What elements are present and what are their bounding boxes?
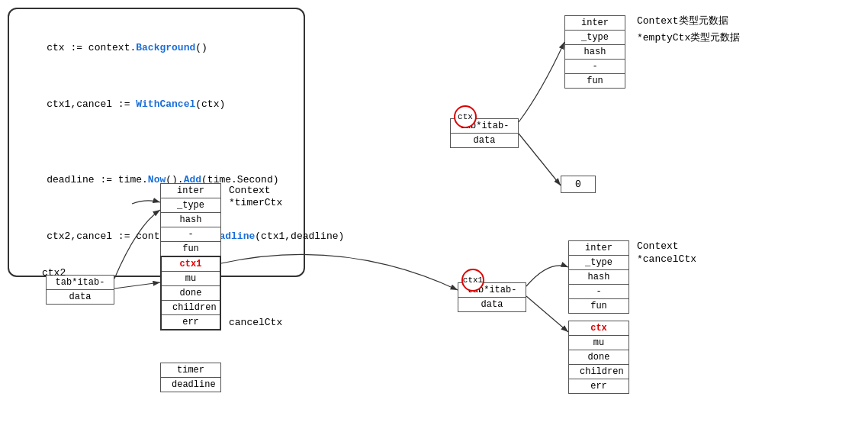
cancel-ctx-r2-struct: ctx mu done children err bbox=[568, 321, 629, 394]
cell-fun: fun bbox=[565, 74, 625, 88]
code-line-4: ctx2,cancel := context.WithDeadline(ctx1… bbox=[23, 208, 290, 265]
context-label-cancel: Context bbox=[637, 240, 679, 252]
cancel-ctx-r-struct: inter _type hash - fun bbox=[568, 240, 629, 314]
code-line-1: ctx := context.Background() bbox=[23, 20, 290, 76]
empty-ctx-struct: inter _type hash - fun bbox=[564, 15, 625, 89]
cell-hash: hash bbox=[565, 45, 625, 60]
cell-type: _type bbox=[565, 31, 625, 45]
cancel-ctx-name-label: cancelCtx bbox=[229, 317, 282, 328]
cancel-ctx-r-label: *cancelCtx bbox=[637, 253, 696, 265]
code-block: ctx := context.Background() ctx1,cancel … bbox=[8, 8, 305, 277]
code-line-2: ctx1,cancel := WithCancel(ctx) bbox=[23, 76, 290, 133]
timer-ctx-label: *timerCtx bbox=[229, 197, 282, 208]
code-line-empty bbox=[23, 133, 290, 152]
cancel-ctx-struct: ctx1 mu done children err bbox=[160, 256, 221, 330]
timer-ctx-struct: inter _type hash - fun bbox=[160, 183, 221, 256]
ctx2-itab-box: tab*itab- data bbox=[46, 275, 114, 305]
context-type-label: Context类型元数据 bbox=[637, 14, 728, 27]
zero-box: 0 bbox=[561, 176, 596, 193]
cell-dash: - bbox=[565, 60, 625, 74]
timer-deadline-box: timer deadline bbox=[160, 363, 221, 392]
ctx2-label: ctx2 bbox=[42, 267, 66, 279]
empty-ctx-type-label: *emptyCtx类型元数据 bbox=[637, 31, 740, 44]
ctx-circle: ctx bbox=[454, 105, 477, 128]
ctx-data-cell: data bbox=[451, 134, 518, 147]
ctx1-circle: ctx1 bbox=[461, 269, 484, 292]
context-label-timer: Context bbox=[229, 185, 271, 196]
cell-inter: inter bbox=[565, 16, 625, 31]
